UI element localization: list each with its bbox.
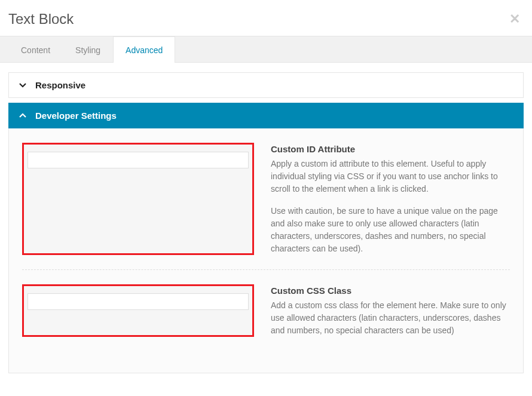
field-input-highlight [22,143,254,255]
field-desc: Custom CSS Class Add a custom css class … [271,284,510,337]
accordion-responsive: Responsive [8,72,524,98]
field-label: Custom ID Attribute [271,144,510,154]
chevron-down-icon [19,81,27,90]
accordion-title-responsive: Responsive [35,80,85,90]
tab-styling[interactable]: Styling [63,36,113,63]
accordion-body-developer: Custom ID Attribute Apply a custom id at… [8,128,524,373]
field-input-highlight [22,284,254,337]
modal-header: Text Block ✕ [0,0,532,36]
tabs-bar: Content Styling Advanced [0,36,532,63]
field-help-text: Add a custom css class for the element h… [271,299,510,337]
accordion-header-developer[interactable]: Developer Settings [8,103,524,128]
field-help-text: Apply a custom id attribute to this elem… [271,158,510,255]
field-desc: Custom ID Attribute Apply a custom id at… [271,143,510,255]
accordion-title-developer: Developer Settings [35,110,117,121]
text-block-modal: Text Block ✕ Content Styling Advanced Re… [0,0,532,396]
field-label: Custom CSS Class [271,286,510,296]
custom-id-input[interactable] [27,152,249,168]
field-custom-class: Custom CSS Class Add a custom css class … [22,284,510,351]
chevron-up-icon [19,112,27,120]
accordion-developer: Developer Settings Custom ID Attribute A… [8,103,524,373]
tabs: Content Styling Advanced [8,36,532,62]
modal-title: Text Block [8,11,74,27]
close-icon[interactable]: ✕ [509,11,520,27]
custom-class-input[interactable] [27,293,249,310]
content-area: Responsive Developer Settings Custom ID … [0,63,532,386]
tab-content[interactable]: Content [8,36,63,63]
accordion-header-responsive[interactable]: Responsive [8,72,524,98]
tab-advanced[interactable]: Advanced [113,36,175,63]
field-custom-id: Custom ID Attribute Apply a custom id at… [22,143,510,270]
